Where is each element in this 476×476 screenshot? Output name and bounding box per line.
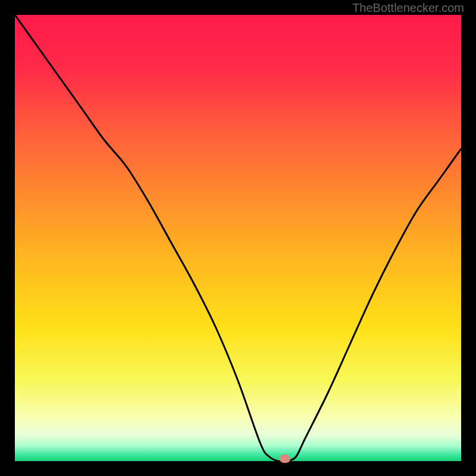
- watermark-text: TheBottlenecker.com: [352, 1, 464, 15]
- optimal-point-marker: [280, 455, 290, 463]
- chart-frame: [15, 15, 461, 461]
- bottleneck-curve: [15, 15, 461, 461]
